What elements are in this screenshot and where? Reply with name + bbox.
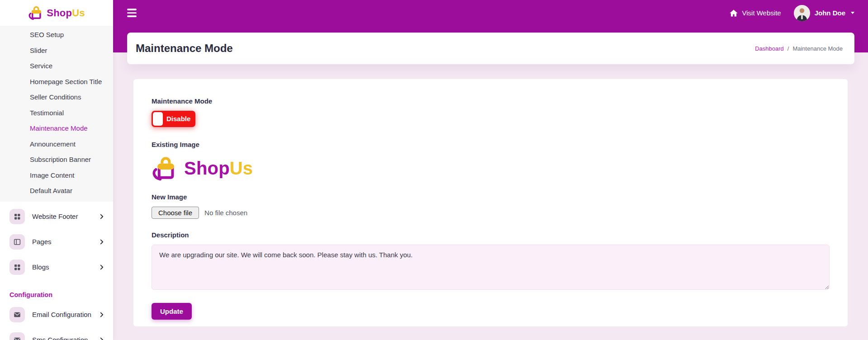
existing-image: ShopUs <box>152 154 830 182</box>
brand-logo-text: ShopUs <box>47 7 85 19</box>
sidebar-item-default-avatar[interactable]: Default Avatar <box>0 183 113 199</box>
sidebar-item-label: Pages <box>32 238 99 246</box>
sidebar-item-label: Sms Configuration <box>32 336 99 340</box>
sidebar-item-website-footer[interactable]: Website Footer <box>9 204 105 229</box>
chevron-right-icon <box>99 213 105 220</box>
grid-icon <box>9 209 25 224</box>
visit-website-link[interactable]: Visit Website <box>729 9 781 18</box>
sidebar-item-maintenance-mode[interactable]: Maintenance Mode <box>0 121 113 137</box>
toggle-knob <box>153 112 163 126</box>
sidebar-item-announcement[interactable]: Announcement <box>0 137 113 152</box>
avatar <box>794 5 810 21</box>
update-button[interactable]: Update <box>152 303 192 320</box>
sidebar-item-service[interactable]: Service <box>0 58 113 74</box>
shopping-bag-logo-icon <box>152 156 180 181</box>
person-icon <box>794 5 810 21</box>
choose-file-button[interactable]: Choose file <box>152 207 199 219</box>
breadcrumb-current: Maintenance Mode <box>792 45 843 52</box>
page-header-card: Maintenance Mode Dashboard / Maintenance… <box>127 33 854 64</box>
breadcrumb-dashboard-link[interactable]: Dashboard <box>755 45 784 52</box>
existing-image-label: Existing Image <box>152 141 830 148</box>
new-image-label: New Image <box>152 193 830 201</box>
chevron-right-icon <box>99 337 105 340</box>
breadcrumb-separator: / <box>787 45 789 52</box>
sidebar-item-seller-conditions[interactable]: Seller Conditions <box>0 90 113 105</box>
existing-image-logo-text: ShopUs <box>184 158 253 179</box>
sidebar-item-sms-configuration[interactable]: Sms Configuration <box>9 327 105 340</box>
toggle-label: Disable <box>166 111 190 127</box>
breadcrumb: Dashboard / Maintenance Mode <box>755 45 843 52</box>
file-status-text: No file chosen <box>204 209 247 217</box>
sidebar-item-email-configuration[interactable]: Email Configuration <box>9 302 105 327</box>
hamburger-menu-icon[interactable] <box>127 9 137 17</box>
user-name: John Doe <box>815 9 845 17</box>
page-title: Maintenance Mode <box>136 42 233 55</box>
sidebar-item-homepage-section-title[interactable]: Homepage Section Title <box>0 74 113 90</box>
grid-icon <box>9 260 25 275</box>
sidebar-item-label: Blogs <box>32 263 99 271</box>
maintenance-toggle[interactable]: Disable <box>152 111 195 127</box>
chevron-right-icon <box>99 264 105 270</box>
sidebar-item-seo-setup[interactable]: SEO Setup <box>0 27 113 43</box>
sidebar: ShopUs SEO Setup Slider Service Homepage… <box>0 0 113 340</box>
sidebar-item-subscription-banner[interactable]: Subscription Banner <box>0 152 113 168</box>
columns-icon <box>9 234 25 250</box>
caret-down-icon <box>851 12 854 14</box>
envelope-icon <box>9 307 25 322</box>
sidebar-item-testimonial[interactable]: Testimonial <box>0 105 113 121</box>
user-menu[interactable]: John Doe <box>794 5 854 21</box>
sidebar-item-blogs[interactable]: Blogs <box>9 255 105 280</box>
visit-website-label: Visit Website <box>742 9 781 17</box>
sidebar-submenu: SEO Setup Slider Service Homepage Sectio… <box>0 26 113 202</box>
sidebar-groups: Website Footer Pages Blogs <box>0 202 113 280</box>
envelope-icon <box>9 332 25 340</box>
topbar-right: Visit Website John Doe <box>729 5 855 21</box>
chevron-right-icon <box>99 312 105 318</box>
sidebar-item-image-content[interactable]: Image Content <box>0 168 113 184</box>
sidebar-item-label: Email Configuration <box>32 311 99 318</box>
file-input[interactable]: Choose file No file chosen <box>152 207 830 219</box>
sidebar-config-items: Email Configuration Sms Configuration <box>0 302 113 340</box>
maintenance-form-card: Maintenance Mode Disable Existing Image … <box>133 79 848 326</box>
topbar-row: Visit Website John Doe <box>113 0 868 26</box>
sidebar-item-slider[interactable]: Slider <box>0 43 113 59</box>
description-textarea[interactable]: We are upgrading our site. We will come … <box>152 245 830 290</box>
brand-logo[interactable]: ShopUs <box>0 0 113 26</box>
home-icon <box>729 9 738 18</box>
maintenance-mode-label: Maintenance Mode <box>152 97 830 105</box>
shopping-bag-logo-icon <box>28 5 44 20</box>
sidebar-item-pages[interactable]: Pages <box>9 229 105 255</box>
chevron-right-icon <box>99 239 105 245</box>
sidebar-item-label: Website Footer <box>32 212 99 220</box>
sidebar-section-configuration: Configuration <box>0 280 113 302</box>
description-label: Description <box>152 231 830 239</box>
